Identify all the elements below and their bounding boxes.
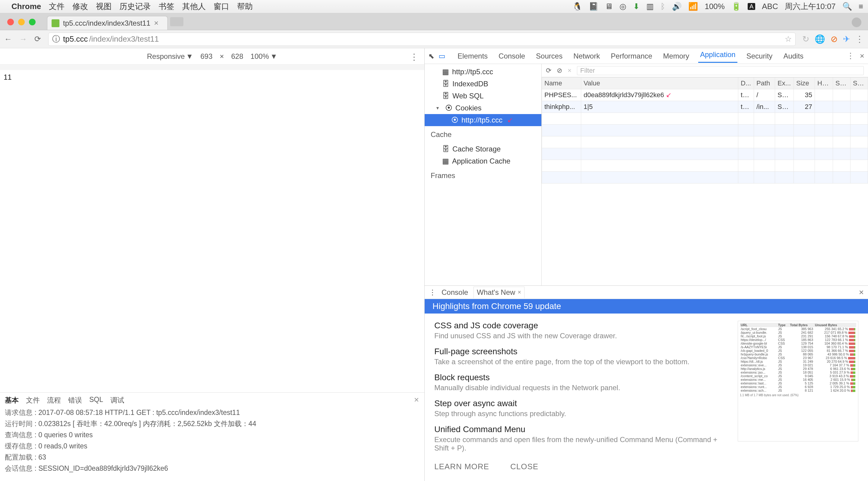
ext-refresh-icon[interactable]: ↻ bbox=[802, 34, 809, 44]
ext-postman-icon[interactable]: ✈ bbox=[843, 34, 850, 44]
inspect-element-icon[interactable]: ⬉ bbox=[428, 52, 434, 60]
dt-tab-performance[interactable]: Performance bbox=[609, 51, 654, 62]
nav-forward-button[interactable]: → bbox=[19, 34, 27, 44]
browser-tab[interactable]: tp5.ccc/index/index3/test11 × bbox=[47, 16, 168, 30]
nav-reload-button[interactable]: ⟳ bbox=[34, 34, 41, 44]
whatsnew-item[interactable]: Block requestsManually disable individua… bbox=[434, 373, 731, 392]
whatsnew-item[interactable]: Full-page screenshotsTake a screenshot o… bbox=[434, 347, 731, 366]
dt-overflow-menu[interactable]: ⋮ bbox=[846, 51, 855, 61]
device-height-input[interactable]: 628 bbox=[231, 52, 243, 61]
status-ime-icon[interactable]: A bbox=[748, 3, 755, 10]
sidebar-indexeddb[interactable]: 🗄IndexedDB bbox=[425, 78, 541, 90]
cookie-col-header[interactable]: Size bbox=[794, 78, 815, 89]
status-wifi-icon[interactable]: 📶 bbox=[688, 2, 698, 11]
whatsnew-close-button[interactable]: CLOSE bbox=[510, 462, 538, 471]
cookie-row[interactable]: PHPSES...d0ea889fdkjrld3v79jll62ke6 ↙tp.… bbox=[542, 89, 868, 101]
cookie-clear-icon[interactable]: ⊘ bbox=[557, 67, 562, 74]
debug-tab-files[interactable]: 文件 bbox=[26, 396, 40, 405]
app-name[interactable]: Chrome bbox=[11, 2, 41, 11]
whatsnew-item[interactable]: Step over async awaitStep through async … bbox=[434, 399, 731, 418]
dt-tab-elements[interactable]: Elements bbox=[456, 51, 490, 62]
cookie-col-header[interactable]: HT... bbox=[815, 78, 833, 89]
status-battery-percent[interactable]: 100% bbox=[705, 2, 725, 11]
tab-close-icon[interactable]: × bbox=[154, 19, 159, 28]
cookie-col-header[interactable]: Se... bbox=[833, 78, 850, 89]
whatsnew-item[interactable]: CSS and JS code coverageFind unused CSS … bbox=[434, 321, 731, 340]
status-spotlight-icon[interactable]: 🔍 bbox=[842, 2, 852, 11]
page-viewport[interactable]: 11 bbox=[0, 70, 424, 392]
dt-tab-application[interactable]: Application bbox=[698, 49, 737, 63]
cookie-col-header[interactable]: Value bbox=[581, 78, 738, 89]
debug-tab-sql[interactable]: SQL bbox=[89, 396, 103, 405]
cookie-refresh-icon[interactable]: ⟳ bbox=[546, 67, 551, 74]
device-toggle-icon[interactable]: ▭ bbox=[438, 52, 445, 60]
cookie-table[interactable]: NameValueD...PathEx...SizeHT...Se...Sa..… bbox=[542, 77, 868, 285]
whatsnew-item[interactable]: Unified Command MenuExecute commands and… bbox=[434, 425, 731, 452]
profile-avatar-button[interactable] bbox=[852, 18, 861, 27]
menu-bookmarks[interactable]: 书签 bbox=[159, 1, 174, 12]
status-battery-icon[interactable]: 🔋 bbox=[732, 2, 741, 11]
ext-globe-icon[interactable]: 🌐 bbox=[815, 34, 825, 44]
status-display-icon[interactable]: 🖥 bbox=[605, 2, 613, 11]
new-tab-button[interactable] bbox=[170, 17, 183, 26]
cookie-col-header[interactable]: Path bbox=[754, 78, 775, 89]
status-volume-icon[interactable]: 🔊 bbox=[672, 2, 682, 11]
ext-adblock-icon[interactable]: ⊘ bbox=[831, 34, 838, 44]
menu-window[interactable]: 窗口 bbox=[214, 1, 229, 12]
sidebar-websql[interactable]: 🗄Web SQL bbox=[425, 90, 541, 102]
dt-tab-network[interactable]: Network bbox=[571, 51, 602, 62]
cookie-filter-input[interactable]: Filter bbox=[577, 66, 864, 75]
status-penguin-icon[interactable]: 🐧 bbox=[572, 2, 582, 11]
menu-view[interactable]: 视图 bbox=[96, 1, 112, 12]
status-menu-icon[interactable]: ≡ bbox=[859, 2, 863, 11]
dt-tab-audits[interactable]: Audits bbox=[781, 51, 805, 62]
nav-back-button[interactable]: ← bbox=[4, 34, 12, 44]
drawer-tab-console[interactable]: Console bbox=[441, 288, 468, 297]
cookie-row[interactable]: thinkphp...1|5tp.../in...Se...27 bbox=[542, 101, 868, 113]
status-ime-label[interactable]: ABC bbox=[762, 2, 778, 11]
device-mode-select[interactable]: Responsive▼ bbox=[147, 52, 193, 61]
dt-tab-console[interactable]: Console bbox=[497, 51, 527, 62]
device-zoom-select[interactable]: 100%▼ bbox=[251, 52, 277, 61]
debug-close-icon[interactable]: × bbox=[414, 395, 419, 405]
sidebar-appcache[interactable]: ▦Application Cache bbox=[425, 155, 541, 167]
drawer-close-button[interactable]: × bbox=[859, 288, 864, 297]
window-close-button[interactable] bbox=[7, 19, 14, 25]
status-sync-icon[interactable]: ◎ bbox=[619, 2, 626, 11]
status-battery-box-icon[interactable]: ▥ bbox=[646, 2, 654, 11]
status-evernote-icon[interactable]: 📓 bbox=[589, 2, 598, 11]
drawer-menu-icon[interactable]: ⋮ bbox=[429, 288, 436, 297]
status-bluetooth-icon[interactable]: ᛒ bbox=[660, 2, 665, 11]
cookie-col-header[interactable]: Sa... bbox=[850, 78, 868, 89]
menu-file[interactable]: 文件 bbox=[49, 1, 65, 12]
dt-tab-security[interactable]: Security bbox=[745, 51, 775, 62]
cookie-col-header[interactable]: Name bbox=[542, 78, 581, 89]
debug-tab-basic[interactable]: 基本 bbox=[5, 396, 19, 405]
menu-edit[interactable]: 修改 bbox=[72, 1, 88, 12]
sidebar-cache-storage[interactable]: 🗄Cache Storage bbox=[425, 143, 541, 155]
chrome-menu-button[interactable]: ⋮ bbox=[855, 34, 864, 44]
menu-help[interactable]: 帮助 bbox=[237, 1, 253, 12]
drawer-tab-whatsnew[interactable]: What's New× bbox=[473, 287, 525, 298]
menu-people[interactable]: 其他人 bbox=[182, 1, 206, 12]
site-info-icon[interactable]: ⓘ bbox=[52, 34, 60, 44]
debug-tab-errors[interactable]: 错误 bbox=[68, 396, 82, 405]
bookmark-star-icon[interactable]: ☆ bbox=[785, 34, 792, 44]
sidebar-cookies-origin[interactable]: ⦿http://tp5.ccc↙ bbox=[425, 114, 541, 126]
sidebar-cookies[interactable]: ⦿Cookies bbox=[425, 102, 541, 114]
whatsnew-learn-more-button[interactable]: LEARN MORE bbox=[434, 462, 489, 471]
window-zoom-button[interactable] bbox=[29, 19, 36, 25]
cookie-col-header[interactable]: D... bbox=[738, 78, 754, 89]
menu-history[interactable]: 历史记录 bbox=[119, 1, 151, 12]
dt-tab-memory[interactable]: Memory bbox=[661, 51, 691, 62]
debug-tab-debug[interactable]: 调试 bbox=[111, 396, 124, 405]
device-toolbar-menu[interactable]: ⋮ bbox=[410, 52, 418, 62]
dt-tab-sources[interactable]: Sources bbox=[534, 51, 564, 62]
cookie-col-header[interactable]: Ex... bbox=[775, 78, 794, 89]
device-width-input[interactable]: 693 bbox=[200, 52, 212, 61]
status-download-icon[interactable]: ⬇ bbox=[633, 2, 640, 11]
dt-close-button[interactable]: × bbox=[860, 51, 864, 61]
sidebar-app-manifest[interactable]: ▦http://tp5.ccc bbox=[425, 66, 541, 78]
cookie-delete-icon[interactable]: × bbox=[568, 67, 571, 74]
address-bar[interactable]: ⓘ tp5.ccc /index/index3/test11 ☆ bbox=[48, 33, 796, 46]
